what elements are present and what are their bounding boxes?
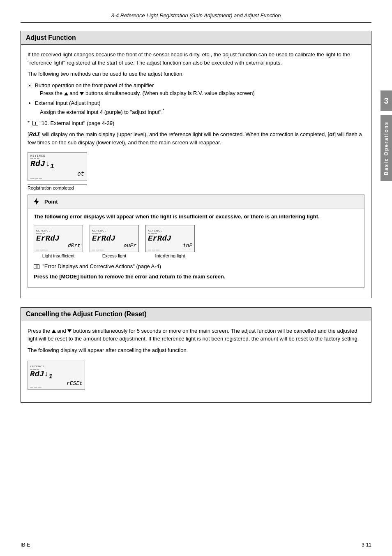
cancelling-content: Press the and buttons simultaneously for…	[21, 321, 371, 402]
footer-right: 3-11	[362, 542, 371, 548]
footnote-ref: "10. External Input" (page 4-29)	[32, 119, 114, 127]
point-title: The following error displays will appear…	[34, 213, 358, 221]
triangle-down-icon-2	[67, 329, 71, 333]
device-display: KEYENCE RdJ↓1 ot	[28, 152, 87, 181]
mode-action: Press the [MODE] button to remove the er…	[34, 273, 358, 281]
adjust-function-section: Adjust Function If the received light ch…	[21, 31, 371, 298]
adjust-function-title: Adjust Function	[21, 31, 371, 45]
point-icon	[32, 197, 41, 206]
device-display-container: KEYENCE RdJ↓1 ot Registration co	[28, 150, 364, 190]
method2-sub: Assign the external input 4 (purple) to …	[40, 107, 364, 116]
cancelling-para1: Press the and buttons simultaneously for…	[28, 327, 364, 343]
svg-marker-0	[34, 198, 39, 205]
point-content: The following error displays will appear…	[28, 208, 364, 287]
method1-sub: Press the and buttons simultaneously. (W…	[40, 89, 364, 97]
error-displays: KEYENCE ErRdJ dRrt Light insuffic	[34, 225, 358, 258]
adjust-para1: If the received light changes because th…	[28, 51, 364, 67]
point-header: Point	[28, 195, 364, 208]
error-device-2: KEYENCE ErRdJ ouEr	[90, 225, 139, 252]
book-icon	[32, 121, 38, 125]
cancelling-section: Cancelling the Adjust Function (Reset) P…	[21, 307, 371, 403]
book-ref-icon	[34, 264, 39, 269]
caption-insufficient: Light insufficient	[42, 253, 75, 258]
lightning-icon	[32, 197, 41, 206]
error-device-3: KEYENCE ErRdJ inF	[145, 225, 195, 252]
header-title: 3-4 Reference Light Registration (Gain A…	[111, 12, 281, 19]
triangle-down-icon	[80, 92, 84, 95]
triangle-up-icon	[64, 92, 68, 95]
cancelling-para2: The following display will appear after …	[28, 346, 364, 354]
cancelling-title: Cancelling the Adjust Function (Reset)	[21, 308, 371, 321]
sidebar-number: 3	[380, 90, 392, 111]
cancelling-device-container: KEYENCE RdJ↓1 rESEt	[28, 357, 364, 393]
cancelling-device: KEYENCE RdJ↓1 rESEt	[28, 361, 85, 390]
footer-left: IB-E	[21, 542, 30, 548]
page-footer: IB-E 3-11	[21, 542, 371, 548]
device-label: Registration completed	[28, 185, 364, 190]
adjust-para2: The following two methods can be used to…	[28, 70, 364, 78]
caption-excess: Excess light	[102, 253, 127, 258]
method2: External input (Adjust input) Assign the…	[35, 99, 364, 116]
point-box: Point The following error displays will …	[28, 195, 364, 288]
methods-list: Button operation on the front panel of t…	[35, 81, 364, 116]
error-interfering-light: KEYENCE ErRdJ inF Interfering lig	[145, 225, 195, 258]
caption-interfering: Interfering light	[155, 253, 185, 258]
error-ref: "Error Displays and Corrective Actions" …	[34, 262, 358, 271]
adjust-function-content: If the received light changes because th…	[21, 45, 371, 298]
triangle-up-icon-2	[52, 329, 56, 333]
method1: Button operation on the front panel of t…	[35, 81, 364, 97]
error-light-insufficient: KEYENCE ErRdJ dRrt Light insuffic	[34, 225, 83, 258]
error-device-1: KEYENCE ErRdJ dRrt	[34, 225, 83, 252]
page-header: 3-4 Reference Light Registration (Gain A…	[21, 12, 371, 23]
point-label: Point	[44, 199, 58, 205]
error-excess-light: KEYENCE ErRdJ ouEr Excess light	[90, 225, 139, 258]
footnote: * "10. External Input" (page 4-29)	[28, 119, 364, 127]
sidebar-tab: Basic Operations	[380, 115, 392, 181]
adjust-para3: [RdJ] will display on the main display (…	[28, 130, 364, 146]
